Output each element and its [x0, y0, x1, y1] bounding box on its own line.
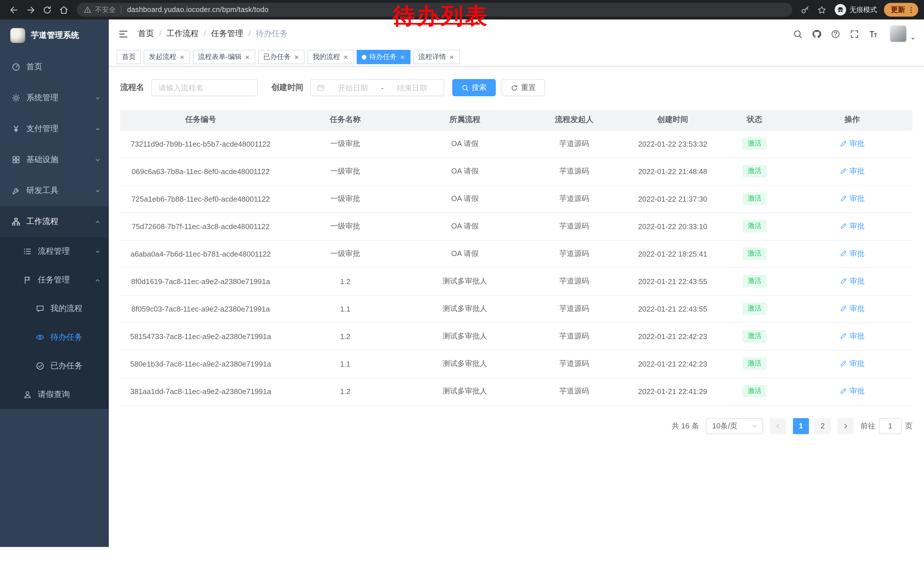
sidebar-item[interactable]: 已办任务 [0, 352, 109, 380]
process-name-input[interactable] [151, 79, 258, 96]
end-date-input[interactable] [386, 83, 438, 92]
chevron-down-icon [94, 188, 101, 194]
github-icon[interactable] [812, 29, 822, 39]
sidebar-item[interactable]: 我的流程 [0, 294, 109, 323]
process-starter: 芋道源码 [520, 350, 628, 377]
process-name: OA 请假 [410, 158, 520, 185]
sidebar-item[interactable]: 研发工具 [0, 175, 109, 206]
created-time: 2022-01-22 18:25:41 [628, 240, 717, 267]
breadcrumb: 首页 工作流程 任务管理 待办任务 [138, 29, 288, 39]
page-number-button[interactable]: 1 [793, 418, 809, 434]
back-icon[interactable] [9, 5, 19, 15]
approve-link[interactable]: 审批 [840, 194, 864, 204]
tab[interactable]: 我的流程 [308, 50, 354, 64]
close-icon[interactable] [343, 54, 349, 60]
task-name: 一级审批 [281, 158, 410, 185]
approve-link[interactable]: 审批 [840, 139, 864, 149]
collapse-icon[interactable] [118, 29, 129, 39]
forward-icon[interactable] [26, 5, 36, 15]
tab[interactable]: 流程表单-编辑 [193, 50, 255, 64]
tab[interactable]: 首页 [117, 50, 141, 64]
home-icon[interactable] [59, 5, 69, 15]
user-avatar[interactable] [890, 25, 907, 42]
tabs-bar: 首页 发起流程 流程表单-编辑 [109, 48, 924, 66]
update-button[interactable]: 更新 [884, 3, 918, 17]
status-badge: 激活 [742, 302, 766, 315]
tab[interactable]: 流程详情 [413, 50, 460, 64]
status-badge: 激活 [742, 385, 766, 397]
approve-link[interactable]: 审批 [840, 166, 864, 176]
task-id: 725a1eb6-7b88-11ec-8ef0-acde48001122 [120, 185, 281, 213]
close-icon[interactable] [449, 54, 454, 60]
approve-link[interactable]: 审批 [840, 276, 864, 286]
page-number-button[interactable]: 2 [814, 418, 831, 434]
task-name: 1.1 [281, 350, 410, 377]
reset-button[interactable]: 重置 [501, 79, 545, 96]
process-starter: 芋道源码 [520, 130, 628, 158]
tab[interactable]: 发起流程 [144, 50, 190, 64]
menu-arrow [94, 363, 101, 369]
reload-icon[interactable] [42, 5, 52, 15]
question-icon[interactable] [831, 29, 840, 39]
goto-page-input[interactable] [879, 418, 902, 434]
sidebar-item[interactable]: 待办任务 [0, 323, 109, 352]
chevron-down-icon [94, 248, 101, 255]
user-menu[interactable] [890, 25, 916, 42]
breadcrumb-item[interactable]: 任务管理 [199, 29, 243, 39]
edit-icon [840, 332, 847, 340]
fullscreen-icon[interactable] [850, 29, 859, 39]
process-name: 测试多审批人 [410, 323, 520, 350]
pagination: 共 16 条 10条/页 1 2 [120, 418, 912, 451]
close-icon[interactable] [179, 54, 185, 60]
address-bar[interactable]: 不安全 dashboard.yudao.iocoder.cn/bpm/task/… [77, 3, 792, 17]
close-icon[interactable] [294, 54, 299, 60]
search-icon [461, 84, 469, 92]
star-icon[interactable] [817, 5, 826, 15]
start-date-input[interactable] [327, 83, 379, 92]
close-icon[interactable] [244, 54, 250, 60]
approve-link[interactable]: 审批 [840, 249, 864, 259]
approve-link-label: 审批 [850, 331, 864, 341]
approve-link[interactable]: 审批 [840, 331, 864, 341]
prev-page-button[interactable] [770, 418, 786, 434]
task-id: 73211d9d-7b9b-11ec-b5b7-acde48001122 [120, 130, 281, 158]
sidebar-item[interactable]: 流程管理 [0, 237, 109, 266]
tab-label: 已办任务 [263, 52, 291, 62]
sidebar-item[interactable]: 系统管理 [0, 83, 109, 113]
tab[interactable]: 已办任务 [258, 50, 304, 64]
logo-avatar [10, 28, 25, 43]
table-row: 8f0d1619-7ac8-11ec-a9e2-a2380e71991a 1.2… [120, 267, 912, 295]
total-count: 共 16 条 [672, 421, 699, 431]
menu-arrow [94, 334, 101, 341]
incognito-badge: 无痕模式 [835, 4, 877, 15]
breadcrumb-item[interactable]: 工作流程 [154, 29, 199, 39]
approve-link[interactable]: 审批 [840, 221, 864, 231]
process-name: OA 请假 [410, 130, 520, 158]
approve-link-label: 审批 [850, 249, 864, 259]
breadcrumb-item[interactable]: 首页 [138, 29, 154, 39]
approve-link[interactable]: 审批 [840, 359, 864, 369]
next-page-button[interactable] [837, 418, 854, 434]
date-range-picker[interactable]: - [310, 79, 444, 96]
page-size-select[interactable]: 10条/页 [706, 418, 763, 434]
sidebar-item[interactable]: 首页 [0, 51, 109, 83]
sidebar-item[interactable]: 支付管理 [0, 113, 109, 144]
tab[interactable]: 待办任务 [357, 50, 411, 64]
approve-link[interactable]: 审批 [840, 303, 864, 314]
close-icon[interactable] [400, 54, 405, 60]
process-starter: 芋道源码 [520, 185, 628, 213]
breadcrumb-item[interactable]: 待办任务 [243, 29, 288, 39]
fontsize-icon[interactable] [868, 29, 878, 39]
status-badge: 激活 [742, 165, 766, 177]
approve-link[interactable]: 审批 [840, 386, 864, 396]
create-time-label: 创建时间 [272, 83, 303, 93]
sidebar-item[interactable]: 请假查询 [0, 380, 109, 409]
chevron-down-icon [94, 126, 101, 132]
search-button[interactable]: 搜索 [452, 79, 496, 96]
key-icon[interactable] [800, 5, 810, 15]
kebab-icon[interactable] [907, 6, 915, 14]
search-icon[interactable] [793, 29, 802, 39]
sidebar-item[interactable]: 工作流程 [0, 206, 109, 237]
sidebar-item[interactable]: 基础设施 [0, 144, 109, 175]
sidebar-item[interactable]: 任务管理 [0, 266, 109, 294]
